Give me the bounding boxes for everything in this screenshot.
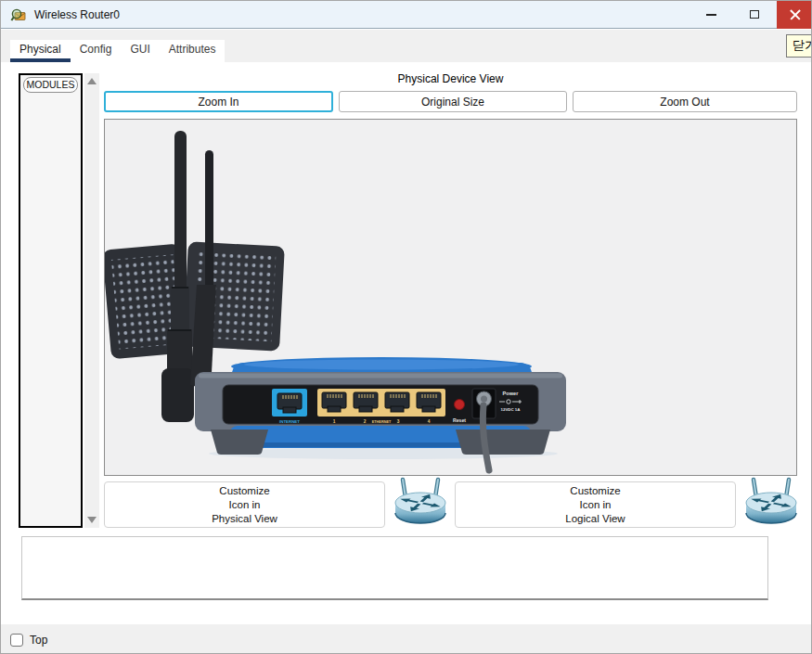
minimize-button[interactable] [690,1,732,28]
top-checkbox[interactable] [10,634,23,647]
close-button[interactable] [777,1,812,29]
zoom-out-button[interactable]: Zoom Out [573,91,797,112]
wireless-router-preview-icon-physical [391,477,450,530]
customize-physical-view-button[interactable]: Customize Icon in Physical View [104,481,385,528]
maximize-button[interactable] [732,1,777,28]
zoom-in-button[interactable]: Zoom In [104,91,333,112]
original-size-button[interactable]: Original Size [339,91,567,112]
maximize-icon [750,10,759,19]
svg-text:Power: Power [503,391,520,396]
svg-text:Reset: Reset [453,417,466,423]
customize-logical-view-button[interactable]: Customize Icon in Logical View [455,481,736,528]
wireless-router-image: INTERNET 1 2 ETHERNET 3 4 Reset Power 12… [105,120,796,475]
wireless-router-preview-icon-logical [741,477,801,530]
svg-text:ETHERNET: ETHERNET [372,420,392,424]
tab-attributes[interactable]: Attributes [160,40,226,62]
title-bar: Wireless Router0 [1,1,812,29]
packet-tracer-icon [10,6,27,23]
tab-strip: Physical Config GUI Attributes [10,40,225,62]
scroll-down-icon[interactable] [87,517,97,523]
tab-bar: Physical Config GUI Attributes [1,30,812,62]
wireless-router-window: Wireless Router0 Physical Config GUI Att… [0,0,812,654]
module-description-box [21,536,768,600]
device-view-canvas[interactable]: INTERNET 1 2 ETHERNET 3 4 Reset Power 12… [104,119,797,476]
window-controls [690,1,812,28]
tab-physical[interactable]: Physical [10,40,71,62]
window-title: Wireless Router0 [34,8,120,21]
reset-button-image [455,400,465,410]
scroll-up-icon[interactable] [87,78,97,84]
svg-text:INTERNET: INTERNET [279,419,300,424]
svg-text:3: 3 [397,419,400,424]
tab-config[interactable]: Config [71,40,122,62]
modules-scrollbar[interactable] [84,73,99,528]
svg-text:4: 4 [428,419,431,424]
svg-text:12VDC 1A: 12VDC 1A [501,407,522,412]
close-icon [789,8,802,21]
top-checkbox-label: Top [30,634,47,647]
modules-panel: MODULES [19,73,83,528]
minimize-icon [706,14,716,16]
physical-device-view-title: Physical Device View [104,72,797,87]
close-tooltip: 닫기 [786,34,812,58]
svg-text:1: 1 [333,419,336,424]
tab-gui[interactable]: GUI [121,40,159,62]
modules-header-button[interactable]: MODULES [23,77,78,93]
svg-text:2: 2 [364,419,367,424]
status-bar: Top [1,624,812,654]
